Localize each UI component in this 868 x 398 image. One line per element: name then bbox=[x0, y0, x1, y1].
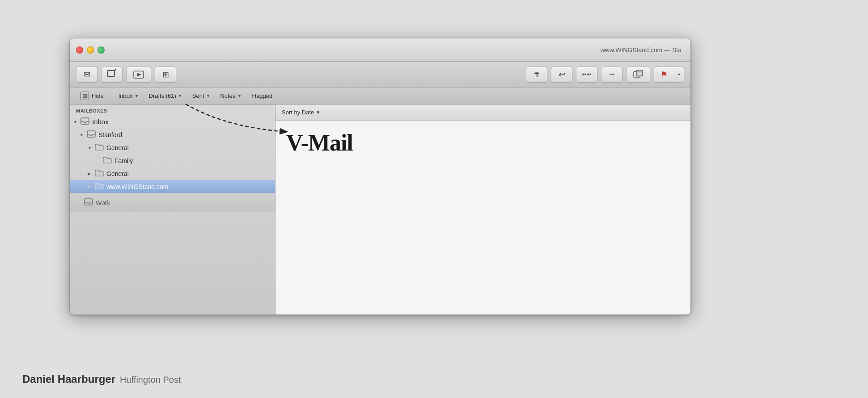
grid-button[interactable]: ⊞ bbox=[155, 67, 176, 83]
inbox-expand-icon: ▼ bbox=[73, 120, 79, 124]
general1-expand-icon: ▼ bbox=[88, 146, 93, 150]
compose-button[interactable] bbox=[101, 67, 123, 83]
hide-sidebar-icon: ⊞ bbox=[80, 92, 89, 100]
title-bar: www.WINGStand.com — Sta bbox=[70, 38, 690, 62]
forward-button[interactable]: → bbox=[601, 67, 622, 83]
wingstand-folder-icon bbox=[95, 182, 104, 191]
flag-dropdown-button[interactable]: ▼ bbox=[674, 67, 684, 83]
inbox-label: Inbox bbox=[119, 92, 133, 99]
maximize-button[interactable] bbox=[97, 46, 105, 54]
chevron-down-icon: ▼ bbox=[677, 72, 681, 77]
favorites-notes[interactable]: Notes ▼ bbox=[216, 91, 246, 101]
general2-expand-icon: ▶ bbox=[88, 172, 93, 176]
favorites-inbox[interactable]: Inbox ▼ bbox=[114, 91, 144, 101]
favorites-sent[interactable]: Sent ▼ bbox=[188, 91, 215, 101]
sort-arrow-icon: ▼ bbox=[316, 110, 320, 115]
author-org: Huffington Post bbox=[120, 375, 181, 385]
window-controls bbox=[76, 46, 105, 54]
minimize-button[interactable] bbox=[87, 46, 94, 54]
svg-line-2 bbox=[115, 69, 116, 71]
general1-label: General bbox=[106, 144, 129, 151]
work-label: Work bbox=[96, 199, 110, 206]
stanford-inbox-icon bbox=[87, 130, 96, 139]
vmail-button[interactable] bbox=[126, 67, 151, 83]
wingstand-expand-icon: ▶ bbox=[88, 184, 93, 189]
attribution: Daniel Haarburger Huffington Post bbox=[22, 373, 181, 385]
flag-button-group: ⚑ ▼ bbox=[654, 67, 684, 83]
sidebar-item-work[interactable]: Work bbox=[73, 196, 271, 209]
sort-label-text: Sort by Date bbox=[282, 109, 314, 116]
toolbar: ✉ ⊞ bbox=[70, 62, 690, 88]
svg-rect-6 bbox=[636, 70, 643, 76]
sent-label: Sent bbox=[192, 92, 204, 99]
reply-button[interactable]: ↩ bbox=[551, 67, 572, 83]
flag-icon: ⚑ bbox=[661, 70, 668, 80]
mail-window: www.WINGStand.com — Sta ✉ bbox=[69, 38, 691, 315]
hide-label: Hide bbox=[92, 92, 104, 99]
flagged-label: Flagged bbox=[251, 92, 272, 99]
general2-folder-icon bbox=[95, 169, 104, 178]
sidebar-item-wingstand[interactable]: ▶ www.WINGStand.com bbox=[70, 180, 275, 193]
stanford-expand-icon: ▼ bbox=[80, 133, 85, 137]
new-message-button[interactable]: ✉ bbox=[76, 67, 97, 83]
wingstand-label: www.WINGStand.com bbox=[106, 183, 168, 190]
general1-folder-icon bbox=[95, 143, 104, 152]
hide-button[interactable]: ⊞ Hide bbox=[76, 90, 108, 102]
sort-selector[interactable]: Sort by Date ▼ bbox=[282, 109, 320, 116]
sidebar-item-family[interactable]: Family bbox=[70, 154, 275, 167]
svg-rect-8 bbox=[81, 118, 89, 124]
sidebar-bottom: Work bbox=[70, 193, 275, 212]
vmail-icon bbox=[133, 71, 144, 79]
main-content: MAILBOXES ▼ Inbox ▼ bbox=[70, 105, 690, 314]
mail-icon: ✉ bbox=[84, 70, 90, 80]
delete-button[interactable]: 🗑 bbox=[526, 67, 547, 83]
sidebar-item-stanford[interactable]: ▼ Stanford bbox=[70, 128, 275, 141]
flag-button[interactable]: ⚑ bbox=[654, 67, 674, 83]
forward-icon: → bbox=[608, 70, 616, 79]
favorites-separator bbox=[111, 92, 111, 100]
favorites-flagged[interactable]: Flagged bbox=[247, 91, 277, 101]
svg-rect-10 bbox=[85, 199, 93, 205]
drafts-arrow-icon: ▼ bbox=[178, 93, 182, 98]
favorites-drafts[interactable]: Drafts (61) ▼ bbox=[144, 91, 186, 101]
author-name: Daniel Haarburger bbox=[22, 373, 115, 385]
svg-marker-4 bbox=[137, 73, 141, 76]
mailboxes-header: MAILBOXES bbox=[70, 105, 275, 115]
svg-rect-0 bbox=[107, 71, 114, 76]
general2-label: General bbox=[106, 170, 129, 177]
window-icon bbox=[633, 70, 643, 80]
close-button[interactable] bbox=[76, 46, 83, 54]
compose-icon bbox=[107, 69, 117, 80]
sidebar: MAILBOXES ▼ Inbox ▼ bbox=[70, 105, 275, 314]
window-button[interactable] bbox=[626, 67, 650, 83]
sent-arrow-icon: ▼ bbox=[206, 93, 211, 98]
drafts-label: Drafts (61) bbox=[148, 92, 176, 99]
sidebar-item-inbox[interactable]: ▼ Inbox bbox=[70, 115, 275, 128]
reply-all-button[interactable]: ↩↩ bbox=[576, 67, 597, 83]
notes-label: Notes bbox=[220, 92, 235, 99]
grid-icon: ⊞ bbox=[162, 70, 169, 80]
work-icon bbox=[84, 198, 93, 207]
window-title: www.WINGStand.com — Sta bbox=[601, 46, 682, 54]
vmail-annotation: V-Mail bbox=[286, 130, 353, 156]
reply-icon: ↩ bbox=[559, 70, 565, 80]
sidebar-item-general-1[interactable]: ▼ General bbox=[70, 141, 275, 154]
svg-rect-9 bbox=[87, 131, 95, 137]
reply-all-icon: ↩↩ bbox=[582, 71, 592, 78]
message-pane-header: Sort by Date ▼ bbox=[275, 105, 690, 121]
trash-icon: 🗑 bbox=[534, 71, 540, 78]
inbox-label: Inbox bbox=[92, 118, 109, 126]
stanford-label: Stanford bbox=[98, 131, 122, 138]
family-label: Family bbox=[114, 157, 133, 164]
favorites-bar: ⊞ Hide Inbox ▼ Drafts (61) ▼ Sent ▼ Note… bbox=[70, 88, 690, 105]
inbox-arrow-icon: ▼ bbox=[135, 93, 139, 98]
sidebar-item-general-2[interactable]: ▶ General bbox=[70, 167, 275, 180]
family-folder-icon bbox=[103, 156, 112, 165]
inbox-icon bbox=[80, 117, 89, 126]
notes-arrow-icon: ▼ bbox=[237, 93, 241, 98]
